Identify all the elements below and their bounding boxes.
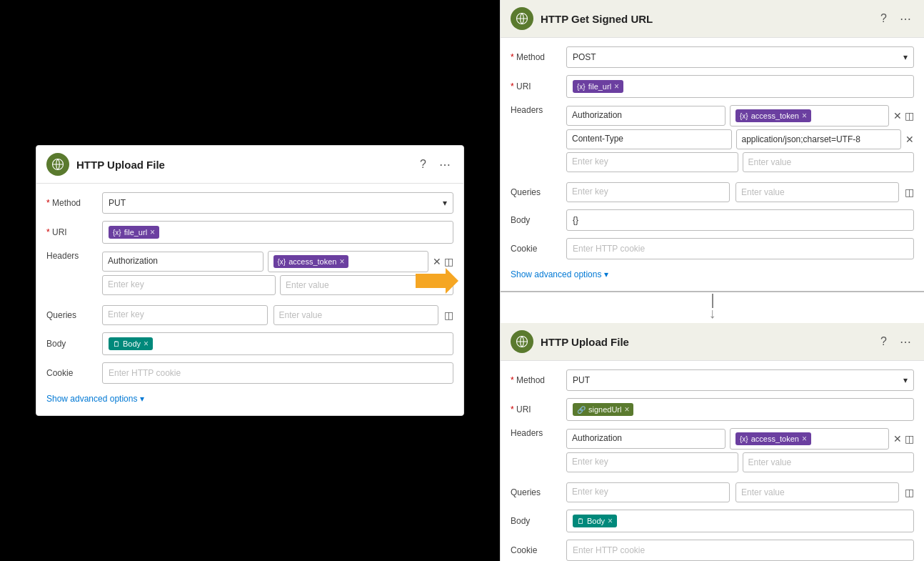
right-bottom-header-val-empty[interactable]: Enter value (743, 452, 915, 472)
arrow-svg (416, 267, 458, 295)
right-bottom-queries-label: Queries (511, 487, 561, 497)
right-bottom-uri-token-close[interactable]: × (624, 404, 629, 414)
left-cookie-input[interactable]: Enter HTTP cookie (102, 362, 453, 384)
left-header-val-token-close-1[interactable]: × (339, 257, 344, 267)
right-bottom-queries-val[interactable]: Enter value (735, 482, 899, 502)
left-header-key-empty[interactable]: Enter key (102, 275, 276, 295)
right-bottom-uri-input[interactable]: 🔗 signedUrl × (566, 398, 914, 421)
right-top-header-token-close-1[interactable]: × (802, 111, 807, 121)
left-body-token-close[interactable]: × (144, 339, 149, 349)
right-top-header-key-empty[interactable]: Enter key (566, 152, 738, 172)
right-bottom-queries-row: Queries Enter key Enter value ◫ (511, 482, 914, 502)
right-top-header-key-2[interactable]: Content-Type (566, 129, 732, 149)
right-top-body-label: Body (511, 215, 561, 225)
right-top-header-val-2[interactable]: application/json;charset=UTF-8 (736, 129, 902, 149)
right-top-header-val-1[interactable]: {x} access_token × (730, 105, 889, 126)
right-bottom-cookie-row: Cookie Enter HTTP cookie (511, 540, 914, 561)
right-bottom-body-input[interactable]: 🗒 Body × (566, 510, 914, 532)
left-queries-val[interactable]: Enter value (273, 305, 439, 325)
right-bottom-body-label: Body (511, 516, 561, 526)
right-top-uri-input[interactable]: {x} file_url × (566, 75, 914, 98)
left-show-advanced[interactable]: Show advanced options ▾ (46, 391, 453, 407)
left-cookie-label: Cookie (46, 368, 96, 378)
left-queries-label: Queries (46, 310, 96, 320)
right-bottom-header-add-1[interactable]: ◫ (905, 433, 914, 445)
left-queries-key[interactable]: Enter key (102, 305, 268, 325)
left-cookie-row: Cookie Enter HTTP cookie (46, 362, 453, 384)
right-top-headers-row: Headers Authorization {x} access_token × (511, 105, 914, 175)
right-top-body-row: Body {} (511, 209, 914, 231)
right-bottom-headers-row: Headers Authorization {x} access_token × (511, 428, 914, 475)
left-card-container: HTTP Upload File ? ⋯ Method PUT ▾ (36, 145, 464, 416)
right-bottom-header-key-1[interactable]: Authorization (566, 429, 725, 449)
right-top-header-val-empty[interactable]: Enter value (743, 152, 915, 172)
left-uri-row: URI {x} file_url × (46, 221, 453, 244)
left-headers-grid: Authorization {x} access_token × ✕ (102, 251, 453, 298)
left-queries-add[interactable]: ◫ (444, 309, 453, 321)
left-card-menu-button[interactable]: ⋯ (436, 157, 453, 173)
left-uri-token: {x} file_url × (109, 226, 159, 239)
right-top-uri-label: URI (511, 81, 561, 91)
left-header-key-1[interactable]: Authorization (102, 252, 263, 272)
right-top-header-delete-1[interactable]: ✕ (893, 110, 902, 121)
right-top-method-row: Method POST ▾ (511, 46, 914, 68)
right-top-queries-add[interactable]: ◫ (905, 187, 914, 198)
right-top-help-button[interactable]: ? (878, 11, 890, 26)
left-card-header: HTTP Upload File ? ⋯ (36, 146, 463, 184)
right-bottom-menu-button[interactable]: ⋯ (897, 334, 914, 350)
right-top-header-token-1: {x} access_token × (735, 109, 811, 122)
flow-arrow (416, 267, 458, 295)
right-top-header-actions-2: ✕ (905, 134, 914, 145)
right-bottom-header-key-empty[interactable]: Enter key (566, 452, 738, 472)
right-top-queries-val[interactable]: Enter value (735, 182, 899, 202)
left-header-val-1[interactable]: {x} access_token × (268, 251, 429, 272)
right-bottom-queries-key[interactable]: Enter key (566, 482, 730, 502)
left-panel: HTTP Upload File ? ⋯ Method PUT ▾ (0, 0, 500, 561)
left-body-label: Body (46, 339, 96, 349)
right-top-header-key-1[interactable]: Authorization (566, 106, 725, 126)
right-top-card: HTTP Get Signed URL ? ⋯ Method POST ▾ (501, 0, 924, 291)
left-uri-input[interactable]: {x} file_url × (102, 221, 453, 244)
left-header-val-token-1: {x} access_token × (273, 255, 349, 268)
right-top-method-select[interactable]: POST ▾ (566, 46, 914, 68)
left-body-token: 🗒 Body × (109, 337, 153, 350)
left-method-label: Method (46, 198, 96, 208)
left-uri-label: URI (46, 227, 96, 237)
right-bottom-method-select[interactable]: PUT ▾ (566, 369, 914, 391)
right-bottom-header-token-1: {x} access_token × (735, 432, 811, 445)
right-top-header-row-empty: Enter key Enter value (566, 152, 914, 172)
right-bottom-header-token-close-1[interactable]: × (802, 434, 807, 444)
right-bottom-card-icon (511, 330, 533, 353)
right-top-menu-button[interactable]: ⋯ (897, 11, 914, 27)
right-bottom-body-token-close[interactable]: × (608, 516, 613, 526)
right-bottom-card-body: Method PUT ▾ URI 🔗 signedUrl × (501, 361, 924, 561)
right-bottom-header-val-1[interactable]: {x} access_token × (730, 428, 889, 450)
left-headers-row: Headers Authorization {x} access_token × (46, 251, 453, 298)
right-top-section: HTTP Get Signed URL ? ⋯ Method POST ▾ (501, 0, 924, 292)
right-top-header-row-1: Authorization {x} access_token × ✕ (566, 105, 914, 126)
left-body-input[interactable]: 🗒 Body × (102, 332, 453, 355)
right-top-headers-grid: Authorization {x} access_token × ✕ (566, 105, 914, 175)
right-bottom-queries-add[interactable]: ◫ (905, 487, 914, 498)
right-bottom-cookie-label: Cookie (511, 545, 561, 555)
right-bottom-header-actions-1: ✕ ◫ (893, 433, 914, 445)
right-top-header-add-1[interactable]: ◫ (905, 110, 914, 121)
right-top-queries-key[interactable]: Enter key (566, 182, 730, 202)
left-uri-token-close[interactable]: × (150, 227, 155, 237)
right-top-cookie-input[interactable]: Enter HTTP cookie (566, 238, 914, 259)
right-top-uri-token: {x} file_url × (573, 80, 623, 93)
right-bottom-card-actions: ? ⋯ (878, 334, 914, 350)
right-bottom-help-button[interactable]: ? (878, 334, 890, 349)
right-bottom-header-row-empty: Enter key Enter value (566, 452, 914, 472)
right-top-header-delete-2[interactable]: ✕ (905, 134, 914, 145)
right-top-uri-token-close[interactable]: × (614, 81, 619, 91)
right-bottom-uri-row: URI 🔗 signedUrl × (511, 398, 914, 421)
right-top-cookie-row: Cookie Enter HTTP cookie (511, 238, 914, 259)
right-top-body-input[interactable]: {} (566, 209, 914, 231)
right-top-show-advanced[interactable]: Show advanced options ▾ (511, 267, 914, 282)
right-bottom-cookie-input[interactable]: Enter HTTP cookie (566, 540, 914, 561)
left-card-help-button[interactable]: ? (417, 157, 429, 172)
left-method-select[interactable]: PUT ▾ (102, 192, 453, 214)
right-top-header-actions-1: ✕ ◫ (893, 110, 914, 121)
right-bottom-header-delete-1[interactable]: ✕ (893, 433, 902, 445)
